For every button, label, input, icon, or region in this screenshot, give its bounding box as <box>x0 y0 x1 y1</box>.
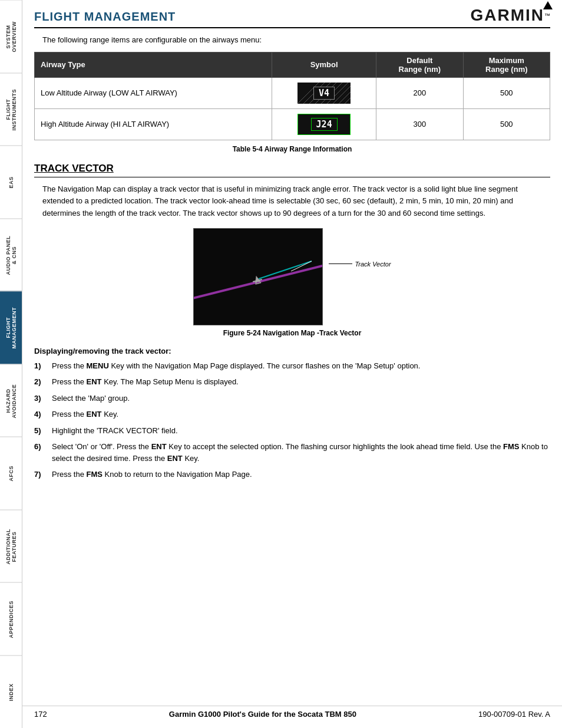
col-header-symbol: Symbol <box>272 52 376 77</box>
symbol-v4-label: V4 <box>313 87 335 100</box>
step-text-7: Press the FMS Knob to return to the Navi… <box>52 469 252 480</box>
col-header-default-range: DefaultRange (nm) <box>376 52 463 77</box>
symbol-high: J24 <box>272 108 376 140</box>
symbol-low: V4 <box>272 77 376 108</box>
table-row: Low Altitude Airway (LOW ALT AIRWAY) <box>35 77 550 108</box>
arrow-line <box>329 263 352 264</box>
step-num-5: 5) <box>34 425 47 437</box>
col-header-max-range: MaximumRange (nm) <box>463 52 550 77</box>
garmin-logo: GARMIN™ <box>470 7 550 24</box>
max-range-high: 500 <box>463 108 550 140</box>
default-range-high: 300 <box>376 108 463 140</box>
step-num-7: 7) <box>34 469 47 480</box>
svg-rect-13 <box>194 229 323 325</box>
step-text-2: Press the ENT Key. The Map Setup Menu is… <box>52 376 239 388</box>
sidebar-tab-afcs[interactable]: AFCS <box>0 437 22 510</box>
footer-page-number: 172 <box>34 710 47 719</box>
sidebar-tab-eas[interactable]: EAS <box>0 146 22 219</box>
airway-type-low: Low Altitude Airway (LOW ALT AIRWAY) <box>35 77 272 108</box>
footer-title: Garmin G1000 Pilot's Guide for the Socat… <box>169 710 356 719</box>
figure-arrow: Track Vector <box>329 228 391 268</box>
garmin-tm: ™ <box>544 12 550 19</box>
sidebar-tab-index[interactable]: INDEX <box>0 655 22 729</box>
list-item: 3) Select the 'Map' group. <box>34 393 550 404</box>
step-text-1: Press the MENU Key with the Navigation M… <box>52 360 420 372</box>
list-item: 6) Select 'On' or 'Off'. Press the ENT K… <box>34 441 550 464</box>
step-num-1: 1) <box>34 360 47 372</box>
footer-doc-number: 190-00709-01 Rev. A <box>478 710 550 719</box>
sidebar-tab-hazard-avoidance[interactable]: HAZARDAVOIDANCE <box>0 364 22 437</box>
page-header: FLIGHT MANAGEMENT GARMIN™ <box>34 0 550 28</box>
intro-text: The following range items are configurab… <box>42 34 550 46</box>
sidebar-tab-flight-management[interactable]: FLIGHTMANAGEMENT <box>0 291 22 364</box>
garmin-wordmark: GARMIN <box>470 6 544 24</box>
max-range-low: 500 <box>463 77 550 108</box>
steps-list: 1) Press the MENU Key with the Navigatio… <box>34 360 550 480</box>
step-text-4: Press the ENT Key. <box>52 409 118 420</box>
step-num-6: 6) <box>34 441 47 464</box>
list-item: 5) Highlight the 'TRACK VECTOR' field. <box>34 425 550 437</box>
figure-wrapper: Track Vector <box>193 228 391 325</box>
default-range-low: 200 <box>376 77 463 108</box>
list-item: 2) Press the ENT Key. The Map Setup Menu… <box>34 376 550 388</box>
sidebar-tab-flight-instruments[interactable]: FLIGHTINSTRUMENTS <box>0 73 22 146</box>
table-row: High Altitude Airway (HI ALT AIRWAY) J24… <box>35 108 550 140</box>
sidebar-tab-system-overview[interactable]: SYSTEMOVERVIEW <box>0 0 22 73</box>
step-num-2: 2) <box>34 376 47 388</box>
figure-caption: Figure 5-24 Navigation Map -Track Vector <box>223 329 362 337</box>
step-text-5: Highlight the 'TRACK VECTOR' field. <box>52 425 178 437</box>
symbol-j24-label: J24 <box>311 118 338 131</box>
track-vector-image <box>193 228 323 325</box>
subsection-heading: Displaying/removing the track vector: <box>34 347 550 355</box>
col-header-airway-type: Airway Type <box>35 52 272 77</box>
sidebar-tab-audio-panel[interactable]: AUDIO PANEL& CNS <box>0 219 22 292</box>
list-item: 7) Press the FMS Knob to return to the N… <box>34 469 550 480</box>
airway-type-high: High Altitude Airway (HI ALT AIRWAY) <box>35 108 272 140</box>
step-text-6: Select 'On' or 'Off'. Press the ENT Key … <box>52 441 550 464</box>
table-caption: Table 5-4 Airway Range Information <box>34 145 550 153</box>
airway-range-table: Airway Type Symbol DefaultRange (nm) Max… <box>34 52 550 140</box>
step-num-3: 3) <box>34 393 47 404</box>
step-text-3: Select the 'Map' group. <box>52 393 130 404</box>
list-item: 4) Press the ENT Key. <box>34 409 550 420</box>
main-content: FLIGHT MANAGEMENT GARMIN™ The following … <box>22 0 562 498</box>
page-footer: 172 Garmin G1000 Pilot's Guide for the S… <box>22 706 562 719</box>
track-vector-heading: TRACK VECTOR <box>34 163 550 177</box>
sidebar-tab-additional-features[interactable]: ADDITIONALFEATURES <box>0 510 22 583</box>
track-vector-body: The Navigation Map can display a track v… <box>42 183 550 220</box>
figure-track-vector-label: Track Vector <box>355 261 391 268</box>
figure-container: Track Vector Figure 5-24 Navigation Map … <box>34 228 550 337</box>
list-item: 1) Press the MENU Key with the Navigatio… <box>34 360 550 372</box>
page-title: FLIGHT MANAGEMENT <box>34 10 176 24</box>
svg-marker-0 <box>543 1 553 9</box>
sidebar: SYSTEMOVERVIEW FLIGHTINSTRUMENTS EAS AUD… <box>0 0 22 728</box>
sidebar-tab-appendices[interactable]: APPENDICES <box>0 582 22 655</box>
step-num-4: 4) <box>34 409 47 420</box>
